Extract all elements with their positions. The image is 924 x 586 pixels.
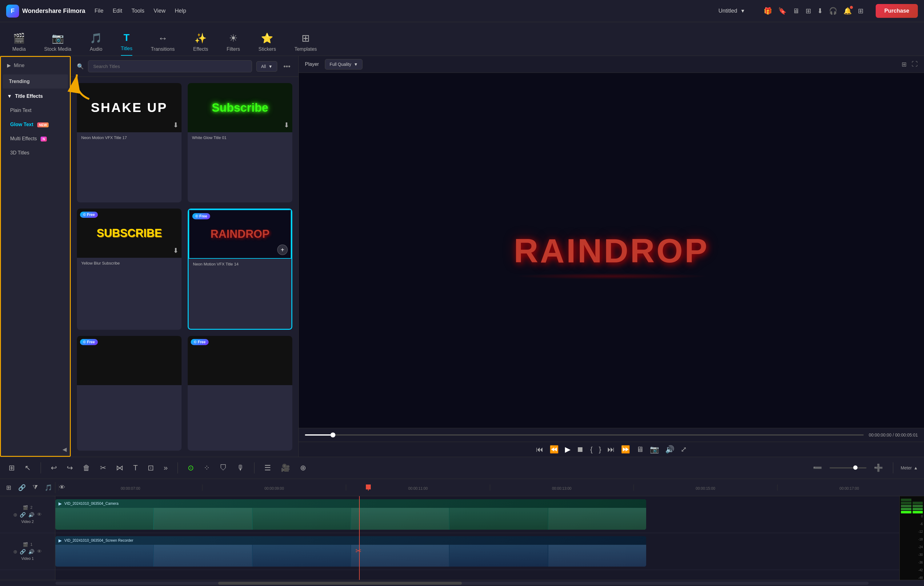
zoom-thumb[interactable]	[853, 466, 858, 470]
title-card-5[interactable]: © Free	[77, 336, 182, 451]
track2-unlink-btn[interactable]: 🔗	[20, 512, 26, 518]
purchase-button[interactable]: Purchase	[876, 4, 918, 18]
player-progress-thumb[interactable]	[330, 433, 335, 438]
green-screen-tool[interactable]: ⊙	[185, 461, 196, 475]
mark-out-button[interactable]: }	[599, 445, 601, 454]
download-icon[interactable]: ⬇	[817, 7, 823, 15]
title-card-2-download[interactable]: ⬇	[284, 121, 289, 129]
toolbar-effects[interactable]: ✨ Effects	[193, 32, 208, 56]
player-progress-slider[interactable]	[305, 435, 864, 436]
headphone-icon[interactable]: 🎧	[829, 7, 837, 15]
track1-add-btn[interactable]: ⊕	[13, 549, 17, 555]
sidebar-collapse-button[interactable]: ◀	[1, 443, 70, 456]
sidebar-item-glow-text[interactable]: Glow Text NEW	[1, 117, 70, 132]
grid-icon[interactable]: ⊞	[858, 7, 863, 15]
layout-icon[interactable]: ⊞	[805, 7, 811, 15]
expand-icon[interactable]: ⛶	[912, 61, 918, 68]
search-more-button[interactable]: •••	[282, 61, 292, 72]
pointer-tool[interactable]: ↖	[22, 461, 33, 475]
meter-chevron-icon[interactable]: ▲	[914, 466, 918, 470]
mic-tool[interactable]: 🎙	[234, 461, 247, 475]
zoom-out-tool[interactable]: ➖	[810, 461, 825, 475]
search-filter-dropdown[interactable]: All ▼	[256, 61, 277, 72]
track2-eye-btn[interactable]: 👁	[37, 512, 42, 518]
volume-button[interactable]: 🔊	[665, 445, 675, 454]
menu-edit[interactable]: Edit	[112, 8, 122, 14]
more-tools[interactable]: »	[161, 461, 170, 475]
title-card-2[interactable]: Subscribe ⬇ White Glow Title 01	[188, 83, 292, 202]
multi-select-tool[interactable]: ⊞	[6, 461, 17, 475]
text-tool[interactable]: T	[131, 461, 140, 475]
zoom-in-tool[interactable]: ➕	[871, 461, 886, 475]
track2-volume-btn[interactable]: 🔊	[28, 512, 35, 518]
add-track-tool[interactable]: ⊕	[297, 461, 309, 475]
project-dropdown-icon[interactable]: ▼	[740, 8, 745, 14]
menu-view[interactable]: View	[153, 8, 165, 14]
sidebar-mine[interactable]: ▶ Mine	[1, 57, 70, 74]
toolbar-filters[interactable]: ☀ Filters	[226, 32, 240, 56]
timeline-scrollbar[interactable]	[0, 580, 924, 586]
track1-eye-btn[interactable]: 👁	[37, 549, 42, 555]
sidebar-item-multi-effects[interactable]: Multi Effects N	[1, 132, 70, 146]
track1-unlink-btn[interactable]: 🔗	[20, 549, 26, 555]
sidebar-item-plain-text[interactable]: Plain Text	[1, 104, 70, 117]
toolbar-titles[interactable]: T Titles	[121, 32, 133, 56]
render-button[interactable]: 🖥	[636, 445, 644, 454]
menu-tools[interactable]: Tools	[131, 8, 144, 14]
sidebar-title-effects-section[interactable]: ▼ Title Effects	[1, 89, 70, 104]
toolbar-media[interactable]: 🎬 Media	[12, 32, 26, 56]
to-start-button[interactable]: ⏭	[607, 445, 615, 454]
particle-tool[interactable]: ⁘	[201, 461, 212, 475]
play-button[interactable]: ▶	[565, 445, 571, 454]
title-card-3[interactable]: © Free SUBSCRIBE ⬇ Yellow Blur Subscribe	[77, 209, 182, 330]
skip-back-button[interactable]: ⏮	[536, 445, 543, 454]
menu-file[interactable]: File	[94, 8, 103, 14]
fullscreen-button[interactable]: ⤢	[681, 445, 687, 454]
mark-in-button[interactable]: {	[590, 445, 592, 454]
title-card-6[interactable]: © Free	[188, 336, 292, 451]
toolbar-audio[interactable]: 🎵 Audio	[90, 32, 102, 56]
toolbar-stock-media[interactable]: 📷 Stock Media	[44, 32, 71, 56]
zoom-slider[interactable]	[830, 467, 866, 469]
sidebar-trending[interactable]: Trending	[3, 74, 68, 89]
player-quality-dropdown[interactable]: Full Quality ▼	[325, 59, 363, 69]
title-card-4-add[interactable]: +	[277, 245, 288, 255]
step-back-button[interactable]: ⏪	[549, 445, 559, 454]
next-frame-button[interactable]: ⏩	[621, 445, 630, 454]
split-audio-tool[interactable]: ⋈	[114, 461, 126, 475]
title-card-4[interactable]: © Free RAINDROP + Neon Motion VFX Title …	[188, 209, 292, 330]
tl-add-video-btn[interactable]: ⊞	[4, 482, 13, 493]
stop-button[interactable]: ⏹	[577, 445, 584, 454]
scroll-thumb[interactable]	[218, 582, 462, 585]
toolbar-templates[interactable]: ⊞ Templates	[294, 32, 317, 56]
video-clip-2[interactable]: ▶ VID_20241010_063504_Camera	[55, 499, 646, 530]
toolbar-transitions[interactable]: ↔ Transitions	[151, 33, 175, 56]
track1-volume-btn[interactable]: 🔊	[28, 549, 35, 555]
track-manager-tool[interactable]: ☰	[262, 461, 274, 475]
playhead[interactable]	[368, 484, 369, 491]
toolbar-stickers[interactable]: ⭐ Stickers	[259, 32, 276, 56]
tl-link-btn[interactable]: 🔗	[16, 482, 28, 493]
grid-view-icon[interactable]: ⊞	[901, 61, 907, 68]
title-card-1-download[interactable]: ⬇	[173, 121, 178, 129]
title-card-3-download[interactable]: ⬇	[173, 247, 178, 255]
tl-split-btn[interactable]: ⧩	[31, 482, 40, 493]
camera-tool[interactable]: 🎥	[279, 461, 293, 475]
menu-help[interactable]: Help	[175, 8, 186, 14]
crop-tool[interactable]: ⊡	[145, 461, 156, 475]
scroll-track[interactable]	[55, 582, 869, 585]
sidebar-item-3d-titles[interactable]: 3D Titles	[1, 146, 70, 160]
gift-icon[interactable]: 🎁	[764, 7, 772, 15]
delete-tool[interactable]: 🗑	[80, 461, 92, 475]
track2-add-btn[interactable]: ⊕	[13, 512, 17, 518]
notification-icon[interactable]: 🔔	[843, 7, 852, 15]
screen-icon[interactable]: 🖥	[793, 7, 799, 15]
search-input[interactable]	[88, 60, 252, 72]
video-clip-1[interactable]: ▶ VID_20241010_063504_Screen Recorder	[55, 536, 646, 566]
tl-audio-btn[interactable]: 🎵	[43, 482, 54, 493]
mask-tool[interactable]: ⛉	[217, 461, 229, 475]
redo-tool[interactable]: ↪	[64, 461, 75, 475]
cut-tool[interactable]: ✂	[97, 461, 109, 475]
snapshot-button[interactable]: 📷	[650, 445, 659, 454]
undo-tool[interactable]: ↩	[48, 461, 59, 475]
